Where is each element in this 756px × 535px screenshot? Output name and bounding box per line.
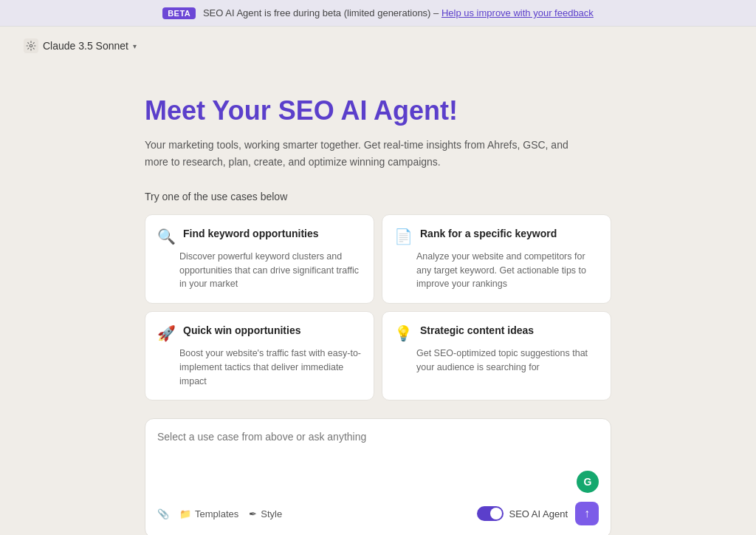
card-title: Quick win opportunities <box>183 324 300 337</box>
seo-agent-toggle-container: SEO AI Agent <box>477 506 568 521</box>
templates-button[interactable]: 📁 Templates <box>179 508 238 519</box>
toolbar-left: 📎 📁 Templates ✒ Style <box>157 508 282 519</box>
chat-toolbar: 📎 📁 Templates ✒ Style SEO AI Agent <box>157 502 599 525</box>
keyword-opportunities-icon: 🔍 <box>157 228 176 245</box>
send-icon: ↑ <box>584 507 590 520</box>
templates-label: Templates <box>195 508 238 519</box>
toolbar-right: SEO AI Agent ↑ <box>477 502 599 525</box>
model-icon <box>24 38 38 53</box>
top-banner: BETA SEO AI Agent is free during beta (l… <box>0 0 756 27</box>
card-header: 💡 Strategic content ideas <box>394 324 599 342</box>
card-title: Strategic content ideas <box>420 324 534 337</box>
card-header: 🔍 Find keyword opportunities <box>157 227 362 245</box>
page-subtitle: Your marketing tools, working smarter to… <box>145 137 573 170</box>
style-button[interactable]: ✒ Style <box>249 508 282 519</box>
chevron-down-icon: ▾ <box>133 42 137 50</box>
use-case-card-keyword-opportunities[interactable]: 🔍 Find keyword opportunities Discover po… <box>145 214 374 304</box>
content-ideas-icon: 💡 <box>394 324 413 342</box>
grammarly-icon: G <box>577 471 599 493</box>
svg-point-0 <box>30 44 32 47</box>
use-cases-grid: 🔍 Find keyword opportunities Discover po… <box>145 214 611 401</box>
card-desc: Analyze your website and competitors for… <box>394 250 599 291</box>
use-case-card-quick-wins[interactable]: 🚀 Quick win opportunities Boost your web… <box>145 311 374 401</box>
model-selector[interactable]: Claude 3.5 Sonnet ▾ <box>18 35 142 56</box>
chat-input[interactable] <box>157 431 599 468</box>
style-label: Style <box>261 508 282 519</box>
seo-agent-toggle[interactable] <box>477 506 504 521</box>
use-case-card-rank-keyword[interactable]: 📄 Rank for a specific keyword Analyze yo… <box>382 214 611 304</box>
toggle-thumb <box>490 508 502 519</box>
rank-keyword-icon: 📄 <box>394 228 413 245</box>
header: Claude 3.5 Sonnet ▾ <box>0 27 756 65</box>
card-title: Find keyword opportunities <box>183 227 319 240</box>
main-content: Meet Your SEO AI Agent! Your marketing t… <box>127 65 629 535</box>
card-desc: Discover powerful keyword clusters and o… <box>157 250 362 291</box>
card-header: 🚀 Quick win opportunities <box>157 324 362 342</box>
banner-text: SEO AI Agent is free during beta (limite… <box>203 7 439 18</box>
quick-wins-icon: 🚀 <box>157 324 176 342</box>
templates-icon: 📁 <box>179 508 191 519</box>
send-button[interactable]: ↑ <box>575 502 599 525</box>
card-desc: Boost your website's traffic fast with e… <box>157 347 362 388</box>
use-cases-label: Try one of the use cases below <box>145 191 611 202</box>
chat-container: G 📎 📁 Templates ✒ Style <box>145 418 611 535</box>
card-title: Rank for a specific keyword <box>420 227 557 240</box>
card-header: 📄 Rank for a specific keyword <box>394 227 599 245</box>
attach-button[interactable]: 📎 <box>157 508 169 519</box>
model-name: Claude 3.5 Sonnet <box>43 40 128 52</box>
use-case-card-content-ideas[interactable]: 💡 Strategic content ideas Get SEO-optimi… <box>382 311 611 401</box>
style-icon: ✒ <box>249 508 257 519</box>
banner-feedback-link[interactable]: Help us improve with your feedback <box>441 7 594 18</box>
page-title: Meet Your SEO AI Agent! <box>145 95 611 126</box>
attach-icon: 📎 <box>157 508 169 519</box>
beta-badge: BETA <box>162 7 196 19</box>
toggle-label: SEO AI Agent <box>509 508 568 519</box>
card-desc: Get SEO-optimized topic suggestions that… <box>394 347 599 375</box>
